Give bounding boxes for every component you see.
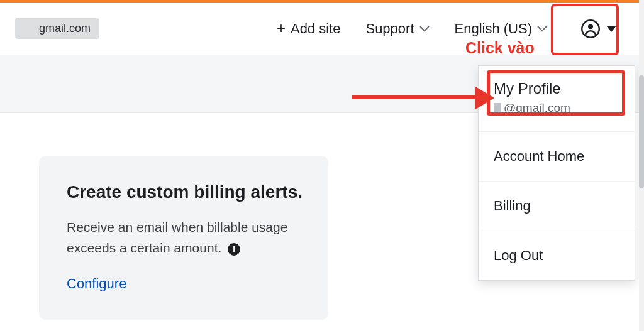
vertical-scrollbar[interactable] [639,0,644,331]
menu-item-log-out[interactable]: Log Out [479,231,635,280]
card-body: Receive an email when billable usage exc… [67,217,303,258]
redaction-block-icon [494,103,501,113]
support-label: Support [365,21,414,37]
scrollbar-thumb[interactable] [639,75,644,188]
plus-icon: + [277,19,286,37]
card-body-line2: exceeds a certain amount. [67,241,221,255]
add-site-label: Add site [291,21,341,37]
my-profile-email-text: @gmail.com [504,101,570,115]
chevron-down-icon [537,26,547,32]
menu-item-my-profile[interactable]: My Profile @gmail.com [479,66,635,132]
menu-item-account-home[interactable]: Account Home [479,132,635,182]
card-body-line1: Receive an email when billable usage [67,220,287,234]
menu-item-billing[interactable]: Billing [479,182,635,231]
support-dropdown[interactable]: Support [365,21,429,37]
svg-marker-2 [606,26,616,32]
user-icon [581,19,600,38]
language-dropdown[interactable]: English (US) [455,21,547,37]
header-nav: + Add site Support English (US) [277,16,625,42]
user-dropdown-menu: My Profile @gmail.com Account Home Billi… [478,65,635,281]
chevron-down-icon [419,26,430,32]
configure-link[interactable]: Configure [67,276,126,292]
my-profile-email: @gmail.com [494,101,619,115]
header-bar: gmail.com + Add site Support English (US… [0,3,639,55]
my-profile-label: My Profile [494,80,619,97]
add-site-button[interactable]: + Add site [277,20,341,38]
account-email-pill[interactable]: gmail.com [15,18,99,39]
user-menu-button[interactable] [572,16,625,42]
info-icon[interactable]: i [228,243,240,256]
card-title: Create custom billing alerts. [67,182,303,202]
language-label: English (US) [455,21,532,37]
svg-point-1 [588,24,593,29]
chevron-down-icon [606,26,616,32]
billing-alerts-card: Create custom billing alerts. Receive an… [39,156,328,320]
